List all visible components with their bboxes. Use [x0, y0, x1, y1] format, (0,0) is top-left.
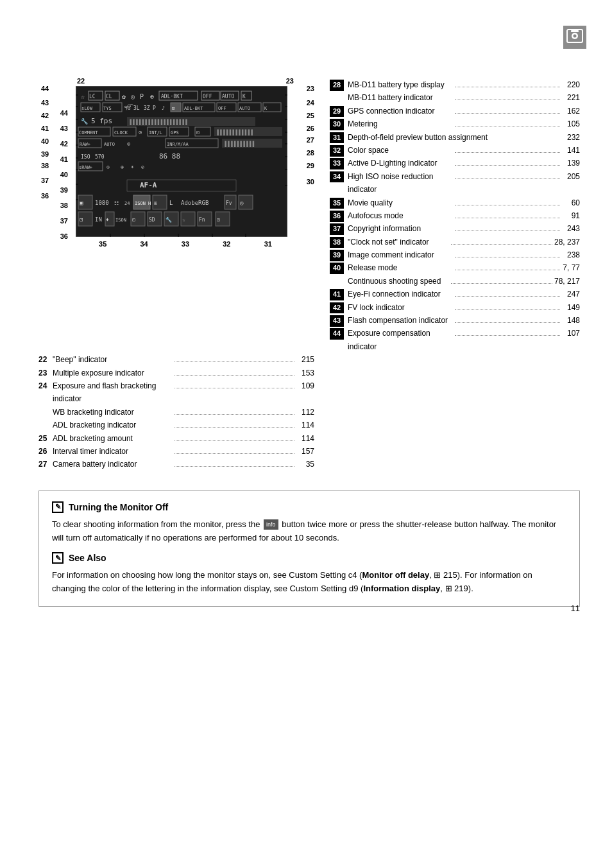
right-index-item-28: 28 MB-D11 battery type display 220	[330, 78, 580, 91]
ridx-leader-28	[455, 87, 560, 87]
ridx-label-39: Image comment indicator	[348, 248, 453, 261]
svg-text:⊙: ⊙	[139, 129, 142, 135]
idx-label-26: Interval timer indicator	[53, 445, 173, 458]
idx-num-26: 26	[38, 445, 53, 458]
ridx-leader-43	[455, 322, 560, 323]
svg-text:⊡: ⊡	[80, 216, 83, 223]
svg-text:sRAW+: sRAW+	[79, 165, 92, 170]
svg-text:AF-A: AF-A	[140, 181, 157, 189]
ridx-leader-37	[455, 230, 560, 231]
svg-text:◎: ◎	[131, 93, 135, 100]
svg-text:CLOCK: CLOCK	[114, 130, 128, 135]
diagram-section: 44 43 42 41 40 39 38 37 36 22 23	[38, 77, 580, 353]
right-index-item-31: 31 Depth-of-field preview button assignm…	[330, 131, 580, 144]
ridx-page-29: 162	[562, 105, 580, 117]
svg-text:COMMENT: COMMENT	[79, 130, 98, 135]
rbl-25: 25	[307, 112, 314, 119]
ridx-leader-40	[455, 270, 560, 270]
idx-page-26: 157	[296, 445, 314, 458]
bnum-35: 35	[99, 240, 106, 248]
camera-screen-svg: ☆ LC CL ✿ ◎ P ⊕ ADL·BKT OFF AUTO K	[76, 86, 287, 237]
ridx-label-34: High ISO noise reduction indicator	[348, 170, 453, 196]
idx-item-23: 23 Multiple exposure indicator 153	[38, 367, 314, 379]
ridx-page-28: 220	[562, 78, 580, 91]
idx-page-adl: 114	[296, 419, 314, 431]
right-index-item-37: 37 Copyright information 243	[330, 222, 580, 235]
page-container: 44 43 42 41 40 39 38 37 36 22 23	[0, 0, 612, 632]
rbl-23: 23	[307, 85, 314, 92]
idx-page-24: 109	[296, 379, 314, 392]
right-index-item-39: 39 Image comment indicator 238	[330, 248, 580, 261]
idx-label-adl: ADL bracketing indicator	[53, 419, 173, 431]
idx-num-24: 24	[38, 379, 53, 392]
lbl-36-abs: 36	[41, 192, 49, 200]
label-44: 44	[60, 109, 68, 117]
svg-text:24: 24	[124, 201, 130, 206]
idx-item-27: 27 Camera battery indicator 35	[38, 458, 314, 471]
ridx-leader-cont	[451, 283, 552, 284]
bold-info-display: Information display	[363, 584, 440, 593]
svg-text:OFF: OFF	[203, 94, 212, 100]
diagram-wrapper: 22 23 ☆ LC CL ✿ ◎ P ⊕	[76, 77, 295, 248]
ridx-label-37: Copyright information	[348, 222, 453, 235]
ridx-leader-30	[455, 126, 560, 126]
ridx-leader-32	[455, 152, 560, 153]
svg-text:1080: 1080	[95, 200, 109, 206]
lbl-37-abs: 37	[41, 177, 49, 184]
svg-text:Fn: Fn	[199, 217, 205, 223]
svg-text:⊡: ⊡	[196, 130, 200, 135]
svg-rect-3	[571, 30, 579, 32]
ridx-leader-39	[455, 257, 560, 257]
svg-text:⊡: ⊡	[132, 217, 135, 223]
idx-leader-wb	[174, 414, 294, 415]
corner-svg-icon	[566, 28, 584, 46]
ridx-num-blank2	[330, 276, 344, 288]
label-42: 42	[60, 140, 68, 148]
svg-text:3Z: 3Z	[144, 105, 150, 111]
ridx-page-42: 149	[562, 301, 580, 314]
ridx-label-32: Color space	[348, 144, 453, 157]
svg-text:OFF: OFF	[218, 106, 226, 111]
right-index-item-42: 42 FV lock indicator 149	[330, 301, 580, 314]
svg-text:☆: ☆	[182, 217, 185, 223]
ridx-page-37: 243	[562, 222, 580, 235]
ridx-page-36: 91	[562, 209, 580, 222]
idx-page-27: 35	[296, 458, 314, 471]
svg-text:▐▐▐▐▐▐▐▐▐▐: ▐▐▐▐▐▐▐▐▐▐	[223, 141, 254, 147]
ridx-num-38: 38	[330, 237, 344, 248]
right-index-item-mb-battery: MB-D11 battery indicator 221	[330, 91, 580, 104]
ridx-page-38: 28, 237	[554, 236, 580, 248]
svg-text:AUTO: AUTO	[222, 94, 234, 100]
svg-text:3L: 3L	[133, 105, 140, 111]
ridx-label-42: FV lock indicator	[348, 301, 453, 314]
ridx-label-43: Flash compensation indicator	[348, 314, 453, 327]
ridx-num-34: 34	[330, 171, 344, 183]
svg-text:⊙: ⊙	[106, 164, 110, 170]
bnum-31: 31	[264, 240, 272, 248]
idx-item-wb: 00 WB bracketing indicator 112	[38, 406, 314, 419]
right-index-item-36: 36 Autofocus mode 91	[330, 209, 580, 222]
svg-text:ISON H: ISON H	[135, 201, 151, 206]
ridx-num-44: 44	[330, 328, 344, 340]
idx-label-27: Camera battery indicator	[53, 458, 173, 471]
idx-item-24: 24 Exposure and flash bracketing indicat…	[38, 379, 314, 406]
svg-text:GPS: GPS	[171, 130, 179, 135]
ridx-label-30: Metering	[348, 117, 453, 130]
top-num-22: 22	[77, 77, 85, 85]
bold-monitor-delay: Monitor off delay	[362, 570, 429, 580]
svg-point-2	[574, 35, 577, 38]
ridx-num-35: 35	[330, 198, 344, 209]
ridx-page-39: 238	[562, 248, 580, 261]
lbl-39-abs: 39	[41, 150, 49, 158]
svg-text:⊞: ⊞	[154, 200, 157, 206]
top-numbers: 22 23	[76, 77, 295, 85]
bnum-32: 32	[223, 240, 230, 248]
svg-text:⊡: ⊡	[172, 106, 174, 111]
svg-text:P: P	[140, 93, 144, 100]
info-box: ✎ Turning the Monitor Off To clear shoot…	[38, 490, 580, 607]
svg-text:⊕: ⊕	[121, 164, 124, 170]
svg-text:IN: IN	[95, 216, 102, 223]
ridx-leader-36	[455, 218, 560, 218]
svg-text:5 fps: 5 fps	[91, 117, 112, 125]
label-36: 36	[60, 232, 68, 240]
